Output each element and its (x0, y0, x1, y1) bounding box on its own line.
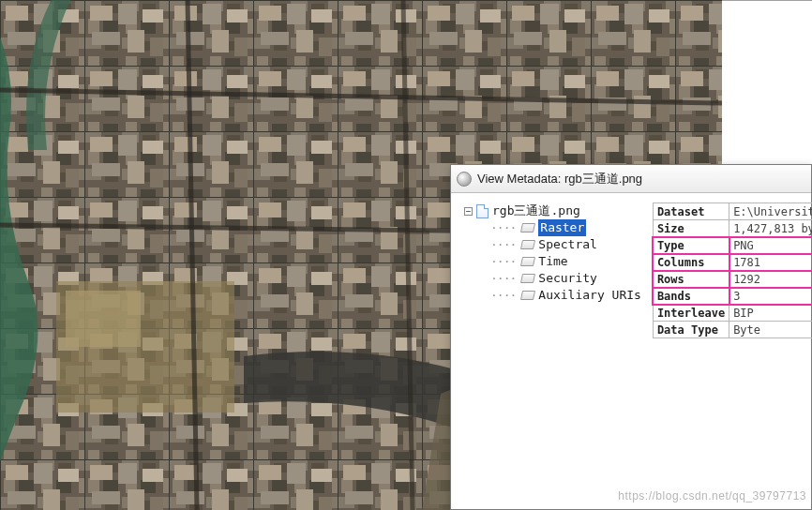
row-rows: Rows 1292 (653, 271, 812, 288)
tag-icon (520, 223, 535, 232)
tag-icon (520, 240, 535, 249)
tree-label-security: Security (538, 270, 597, 287)
tree-label-time: Time (538, 253, 567, 270)
metadata-tree[interactable]: − rgb三通道.png ···· Raster ···· Spectral ·… (451, 193, 647, 509)
tree-label-raster: Raster (538, 219, 586, 236)
row-datatype: Data Type Byte (653, 322, 812, 338)
collapse-icon[interactable]: − (464, 207, 473, 216)
row-interleave: Interleave BIP (653, 305, 812, 322)
metadata-window: View Metadata: rgb三通道.png − rgb三通道.png ·… (450, 164, 812, 510)
row-size: Size 1,427,813 bytes (653, 220, 812, 237)
properties-table: Dataset E:\University3_ Size 1,427,813 b… (653, 202, 812, 338)
tree-root[interactable]: − rgb三通道.png (464, 202, 641, 219)
row-bands: Bands 3 (653, 288, 812, 305)
tree-node-time[interactable]: ···· Time (490, 253, 641, 270)
tree-node-security[interactable]: ···· Security (490, 270, 641, 287)
app-icon (457, 172, 472, 187)
watermark: https://blog.csdn.net/qq_39797713 (618, 489, 806, 502)
tree-node-aux[interactable]: ···· Auxiliary URIs (490, 287, 641, 304)
window-title: View Metadata: rgb三通道.png (477, 171, 642, 188)
file-icon (476, 204, 489, 218)
tree-node-raster[interactable]: ···· Raster (490, 219, 641, 236)
properties-panel: Dataset E:\University3_ Size 1,427,813 b… (647, 193, 812, 509)
tree-label-aux: Auxiliary URIs (538, 287, 641, 304)
tag-icon (520, 257, 535, 266)
titlebar[interactable]: View Metadata: rgb三通道.png (451, 165, 811, 193)
tag-icon (520, 291, 535, 300)
tag-icon (520, 274, 535, 283)
row-type: Type PNG (653, 237, 812, 254)
viewport-blank-area (722, 0, 812, 164)
row-dataset: Dataset E:\University3_ (653, 203, 812, 220)
tree-node-spectral[interactable]: ···· Spectral (490, 236, 641, 253)
tree-label-spectral: Spectral (538, 236, 597, 253)
tree-root-label: rgb三通道.png (492, 202, 580, 219)
row-columns: Columns 1781 (653, 254, 812, 271)
